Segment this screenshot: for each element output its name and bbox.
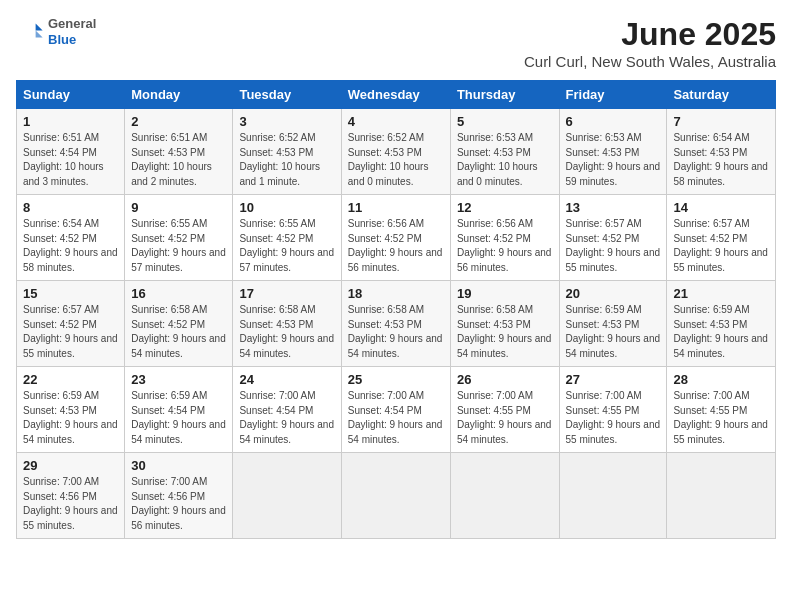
header-monday: Monday — [125, 81, 233, 109]
day-5: 5 Sunrise: 6:53 AMSunset: 4:53 PMDayligh… — [450, 109, 559, 195]
day-16: 16 Sunrise: 6:58 AMSunset: 4:52 PMDaylig… — [125, 281, 233, 367]
empty-cell-1 — [233, 453, 341, 539]
empty-cell-5 — [667, 453, 776, 539]
logo-blue: Blue — [48, 32, 96, 48]
title-block: June 2025 Curl Curl, New South Wales, Au… — [524, 16, 776, 70]
day-15: 15 Sunrise: 6:57 AMSunset: 4:52 PMDaylig… — [17, 281, 125, 367]
day-14: 14 Sunrise: 6:57 AMSunset: 4:52 PMDaylig… — [667, 195, 776, 281]
day-23: 23 Sunrise: 6:59 AMSunset: 4:54 PMDaylig… — [125, 367, 233, 453]
day-28: 28 Sunrise: 7:00 AMSunset: 4:55 PMDaylig… — [667, 367, 776, 453]
logo: General Blue — [16, 16, 96, 47]
day-22: 22 Sunrise: 6:59 AMSunset: 4:53 PMDaylig… — [17, 367, 125, 453]
calendar-title: June 2025 — [524, 16, 776, 53]
day-7: 7 Sunrise: 6:54 AMSunset: 4:53 PMDayligh… — [667, 109, 776, 195]
header-friday: Friday — [559, 81, 667, 109]
day-17: 17 Sunrise: 6:58 AMSunset: 4:53 PMDaylig… — [233, 281, 341, 367]
logo-icon — [16, 18, 44, 46]
day-24: 24 Sunrise: 7:00 AMSunset: 4:54 PMDaylig… — [233, 367, 341, 453]
calendar-table: Sunday Monday Tuesday Wednesday Thursday… — [16, 80, 776, 539]
day-2: 2 Sunrise: 6:51 AMSunset: 4:53 PMDayligh… — [125, 109, 233, 195]
day-10: 10 Sunrise: 6:55 AMSunset: 4:52 PMDaylig… — [233, 195, 341, 281]
calendar-body: 1 Sunrise: 6:51 AMSunset: 4:54 PMDayligh… — [17, 109, 776, 539]
empty-cell-4 — [559, 453, 667, 539]
empty-cell-3 — [450, 453, 559, 539]
calendar-week-1: 1 Sunrise: 6:51 AMSunset: 4:54 PMDayligh… — [17, 109, 776, 195]
day-8: 8 Sunrise: 6:54 AMSunset: 4:52 PMDayligh… — [17, 195, 125, 281]
day-6: 6 Sunrise: 6:53 AMSunset: 4:53 PMDayligh… — [559, 109, 667, 195]
day-12: 12 Sunrise: 6:56 AMSunset: 4:52 PMDaylig… — [450, 195, 559, 281]
day-4: 4 Sunrise: 6:52 AMSunset: 4:53 PMDayligh… — [341, 109, 450, 195]
day-29: 29 Sunrise: 7:00 AMSunset: 4:56 PMDaylig… — [17, 453, 125, 539]
day-9: 9 Sunrise: 6:55 AMSunset: 4:52 PMDayligh… — [125, 195, 233, 281]
day-1: 1 Sunrise: 6:51 AMSunset: 4:54 PMDayligh… — [17, 109, 125, 195]
svg-marker-0 — [36, 23, 43, 30]
day-27: 27 Sunrise: 7:00 AMSunset: 4:55 PMDaylig… — [559, 367, 667, 453]
calendar-header: Sunday Monday Tuesday Wednesday Thursday… — [17, 81, 776, 109]
calendar-subtitle: Curl Curl, New South Wales, Australia — [524, 53, 776, 70]
calendar-week-2: 8 Sunrise: 6:54 AMSunset: 4:52 PMDayligh… — [17, 195, 776, 281]
page-header: General Blue June 2025 Curl Curl, New So… — [16, 16, 776, 70]
logo-text: General Blue — [48, 16, 96, 47]
calendar-week-4: 22 Sunrise: 6:59 AMSunset: 4:53 PMDaylig… — [17, 367, 776, 453]
day-26: 26 Sunrise: 7:00 AMSunset: 4:55 PMDaylig… — [450, 367, 559, 453]
day-18: 18 Sunrise: 6:58 AMSunset: 4:53 PMDaylig… — [341, 281, 450, 367]
calendar-week-5: 29 Sunrise: 7:00 AMSunset: 4:56 PMDaylig… — [17, 453, 776, 539]
weekday-header-row: Sunday Monday Tuesday Wednesday Thursday… — [17, 81, 776, 109]
svg-marker-1 — [36, 30, 43, 37]
day-20: 20 Sunrise: 6:59 AMSunset: 4:53 PMDaylig… — [559, 281, 667, 367]
day-30: 30 Sunrise: 7:00 AMSunset: 4:56 PMDaylig… — [125, 453, 233, 539]
logo-general: General — [48, 16, 96, 32]
day-19: 19 Sunrise: 6:58 AMSunset: 4:53 PMDaylig… — [450, 281, 559, 367]
day-11: 11 Sunrise: 6:56 AMSunset: 4:52 PMDaylig… — [341, 195, 450, 281]
header-sunday: Sunday — [17, 81, 125, 109]
day-3: 3 Sunrise: 6:52 AMSunset: 4:53 PMDayligh… — [233, 109, 341, 195]
day-21: 21 Sunrise: 6:59 AMSunset: 4:53 PMDaylig… — [667, 281, 776, 367]
header-tuesday: Tuesday — [233, 81, 341, 109]
calendar-week-3: 15 Sunrise: 6:57 AMSunset: 4:52 PMDaylig… — [17, 281, 776, 367]
day-25: 25 Sunrise: 7:00 AMSunset: 4:54 PMDaylig… — [341, 367, 450, 453]
header-thursday: Thursday — [450, 81, 559, 109]
header-saturday: Saturday — [667, 81, 776, 109]
empty-cell-2 — [341, 453, 450, 539]
header-wednesday: Wednesday — [341, 81, 450, 109]
day-13: 13 Sunrise: 6:57 AMSunset: 4:52 PMDaylig… — [559, 195, 667, 281]
